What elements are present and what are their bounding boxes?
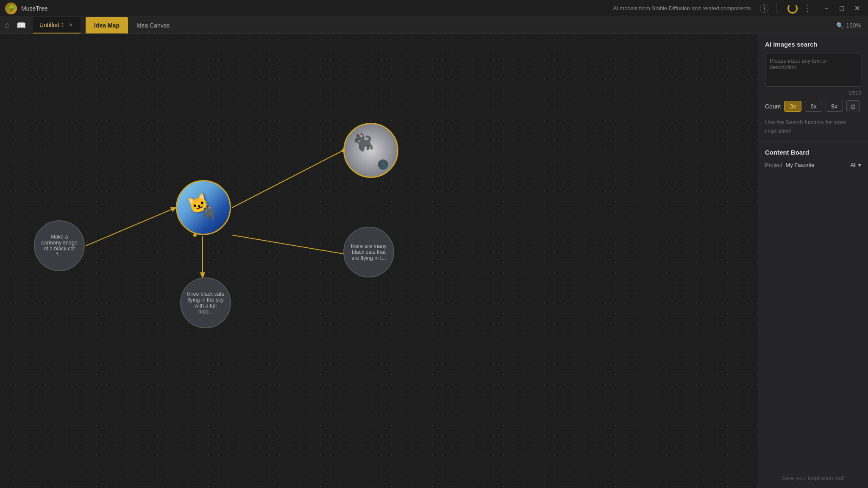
inspiration-hint: Save your inspiration ball!: [758, 468, 868, 488]
loading-indicator: [787, 3, 798, 14]
nav-icons: ⌂ 📖: [3, 17, 33, 33]
char-count: 0/500: [765, 90, 861, 96]
node-bottom-center-circle[interactable]: three black cats flying in the sky with …: [180, 277, 231, 328]
project-value: My Favorite: [785, 162, 814, 168]
count-row: Count 3x 6x 9x ⊙: [765, 100, 861, 112]
ai-search-input[interactable]: [765, 53, 861, 87]
node-root[interactable]: Make a cartoony image of a black cat f..…: [34, 220, 85, 271]
zoom-icon: 🔍: [836, 22, 843, 29]
project-row: Project My Favorite All ▾: [765, 162, 861, 168]
filter-value: All: [851, 162, 857, 168]
count-btn-6x[interactable]: 6x: [805, 101, 822, 112]
node-bottom-right[interactable]: there are many black cats that are flyin…: [343, 227, 394, 277]
zoom-area: 🔍 160%: [836, 17, 868, 33]
view-tabs: Idea Map Idea Canvas: [86, 17, 178, 33]
titlebar-divider: [776, 3, 776, 14]
menu-icon[interactable]: ⋮: [802, 4, 813, 13]
info-icon[interactable]: ℹ: [760, 4, 768, 13]
search-hint: Use the Search function for more inspira…: [765, 118, 861, 135]
minimize-button[interactable]: −: [821, 3, 832, 14]
tabbar: ⌂ 📖 Untitled 1 ✕ Idea Map Idea Canvas 🔍 …: [0, 17, 868, 34]
tab-close-icon[interactable]: ✕: [68, 21, 74, 29]
tab-idea-canvas[interactable]: Idea Canvas: [128, 17, 178, 33]
titlebar: 🌳 MuseTree AI models from Stable Diffusi…: [0, 0, 868, 17]
tab-title: Untitled 1: [39, 22, 64, 28]
content-board-section: Content Board Project My Favorite All ▾: [758, 142, 868, 468]
app-name: MuseTree: [21, 5, 48, 12]
filter-dropdown[interactable]: All ▾: [851, 162, 861, 168]
node-center[interactable]: [176, 180, 231, 235]
active-tab[interactable]: Untitled 1 ✕: [33, 17, 81, 33]
ai-info-text: AI models from Stable Diffusion and rela…: [613, 5, 752, 11]
window-controls: − □ ✕: [821, 3, 863, 14]
count-special-icon[interactable]: ⊙: [846, 100, 860, 112]
canvas-area[interactable]: Make a cartoony image of a black cat f..…: [0, 34, 758, 488]
node-bottom-center[interactable]: three black cats flying in the sky with …: [180, 277, 231, 328]
book-icon[interactable]: 📖: [15, 19, 28, 32]
app-logo-icon: 🌳: [8, 5, 15, 12]
content-board-title: Content Board: [765, 149, 861, 156]
project-label: Project: [765, 162, 782, 168]
tab-idea-map[interactable]: Idea Map: [86, 17, 128, 33]
maximize-button[interactable]: □: [836, 3, 848, 14]
ai-search-title: AI images search: [765, 41, 861, 48]
node-top-right[interactable]: [343, 123, 398, 178]
node-top-right-image[interactable]: [343, 123, 398, 178]
close-button[interactable]: ✕: [851, 3, 863, 14]
count-btn-3x[interactable]: 3x: [784, 101, 801, 112]
right-panel: AI images search 0/500 Count 3x 6x 9x ⊙ …: [758, 34, 868, 488]
chevron-down-icon: ▾: [858, 162, 861, 168]
count-btn-9x[interactable]: 9x: [826, 101, 843, 112]
zoom-level: 160%: [846, 22, 861, 29]
main-layout: Make a cartoony image of a black cat f..…: [0, 34, 868, 488]
ai-search-section: AI images search 0/500 Count 3x 6x 9x ⊙ …: [758, 34, 868, 142]
node-root-circle[interactable]: Make a cartoony image of a black cat f..…: [34, 220, 85, 271]
home-icon[interactable]: ⌂: [3, 19, 11, 31]
app-logo: 🌳: [5, 3, 17, 14]
node-center-image[interactable]: [176, 180, 231, 235]
node-bottom-right-circle[interactable]: there are many black cats that are flyin…: [343, 227, 394, 277]
count-label: Count: [765, 103, 781, 110]
